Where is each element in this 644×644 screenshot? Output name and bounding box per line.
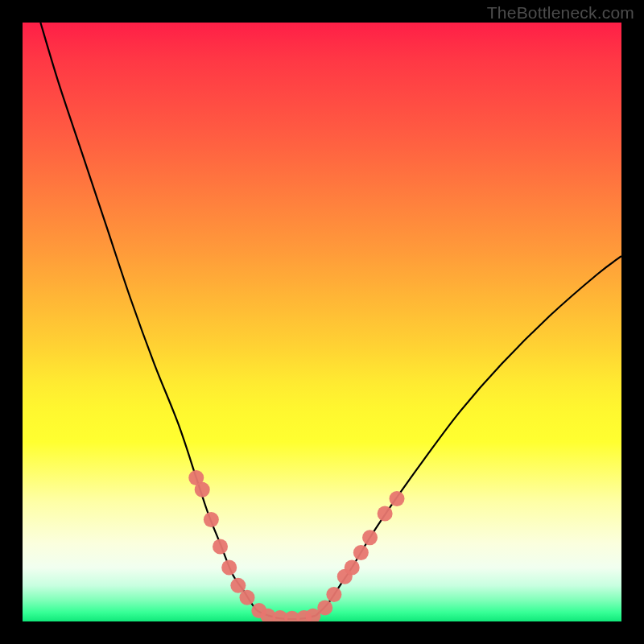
data-marker xyxy=(195,482,210,497)
chart-frame: TheBottleneck.com xyxy=(0,0,644,644)
right-branch-path xyxy=(316,256,621,615)
data-marker xyxy=(362,530,378,545)
data-marker xyxy=(240,590,255,605)
data-marker xyxy=(317,600,332,615)
data-marker xyxy=(221,560,237,576)
data-marker xyxy=(353,545,369,560)
data-marker xyxy=(378,506,393,522)
data-markers xyxy=(188,470,404,621)
data-marker xyxy=(390,491,405,506)
data-marker xyxy=(204,512,219,527)
data-marker xyxy=(326,587,341,602)
bottleneck-curve xyxy=(40,23,621,619)
plot-area xyxy=(23,23,621,621)
left-branch-path xyxy=(40,23,268,616)
data-marker xyxy=(345,560,360,576)
data-marker xyxy=(213,539,228,555)
watermark-text: TheBottleneck.com xyxy=(487,3,634,23)
curve-layer xyxy=(23,23,621,621)
